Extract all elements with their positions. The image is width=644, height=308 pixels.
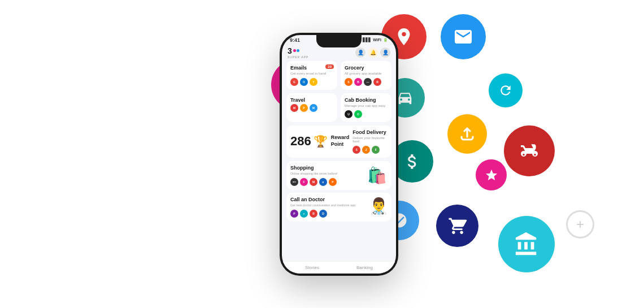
signal-icon: ▋▋▋	[363, 38, 371, 42]
bell-icon[interactable]: 🔔	[368, 47, 378, 58]
grocery-brand4: R	[373, 78, 381, 86]
upload-icon	[459, 125, 476, 142]
travel-brand1: M	[290, 104, 298, 112]
travel-card[interactable]: Travel M P M	[286, 93, 337, 122]
emails-badge: 20	[325, 64, 334, 69]
location-pin-icon	[394, 27, 414, 47]
envelope-icon	[453, 27, 473, 47]
grocery-title: Grocery	[345, 65, 388, 71]
cab-logos: U O	[345, 110, 388, 118]
food-delivery-mini: Food Delivery Deliver your favourite foo…	[353, 129, 388, 154]
grocery-brand2: B	[354, 78, 362, 86]
uber-icon: U	[345, 110, 353, 118]
app-logo: 3 SUPER APP	[288, 46, 308, 59]
ola-icon: O	[354, 110, 362, 118]
ebay-icon: e	[319, 178, 327, 186]
outlook-icon: O	[300, 78, 308, 86]
logo-dot-1	[293, 49, 296, 52]
emails-card[interactable]: Emails 20 Get every email in hand G O Y	[286, 61, 337, 90]
travel-title: Travel	[290, 97, 333, 103]
travel-brand3: M	[310, 104, 317, 112]
profile-icon[interactable]: 👤	[380, 47, 390, 58]
phone-content: Emails 20 Get every email in hand G O Y …	[282, 61, 396, 224]
wifi-icon: WiFi	[373, 38, 381, 42]
notification-icon[interactable]: 👤	[355, 47, 365, 58]
reward-label: Reward Point	[331, 135, 350, 148]
bank-icon	[514, 231, 539, 257]
food-logos: S Z F	[353, 146, 388, 154]
cart-bubble	[436, 205, 478, 247]
travel-logos: M P M	[290, 104, 333, 112]
nav-stories[interactable]: Stories	[305, 265, 319, 270]
swiggy-icon: S	[353, 146, 360, 154]
logo-subtitle: SUPER APP	[288, 55, 308, 59]
cart-icon	[448, 216, 467, 236]
shopping-person-image: 🛍️	[367, 166, 387, 185]
star-bubble	[476, 159, 507, 190]
doctor-brand4: D	[319, 210, 327, 218]
logo-number: 3	[288, 46, 292, 55]
nav-banking[interactable]: Banking	[356, 265, 373, 270]
food-brand3: F	[372, 146, 380, 154]
battery-icon: 🔋	[383, 38, 388, 42]
doctor-brand3: R	[310, 210, 317, 218]
reward-number: 286	[290, 134, 311, 149]
gmail-icon: G	[290, 78, 298, 86]
doctor-card[interactable]: Call an Doctor Get best doctor counsutat…	[286, 193, 391, 222]
upload-bubble	[447, 114, 487, 154]
plus-bubble: +	[566, 210, 594, 238]
status-time: 9:41	[290, 37, 300, 43]
reward-card[interactable]: 286 🏆 Reward Point Food Delivery Deliver…	[286, 125, 391, 158]
cab-title: Cab Booking	[345, 97, 388, 103]
emails-subtitle: Get every email in hand	[290, 72, 333, 75]
car-icon	[397, 89, 414, 106]
grocery-subtitle: All grocery app available	[345, 72, 388, 75]
cab-booking-card[interactable]: Cab Booking Manage your cab app easy U O	[341, 93, 391, 122]
refresh-icon	[498, 83, 513, 98]
phone-mockup: 9:41 ▋▋▋ WiFi 🔋 3	[280, 33, 398, 276]
status-icons: ▋▋▋ WiFi 🔋	[363, 38, 388, 42]
food-title: Food Delivery	[353, 129, 388, 135]
scooter-icon	[518, 140, 541, 162]
phone-notch	[316, 35, 362, 47]
emails-logos: G O Y	[290, 78, 333, 86]
grocery-brand3: —	[364, 78, 372, 86]
doctor-brand2: +	[300, 210, 308, 218]
paytm-icon: P	[329, 178, 337, 186]
grocery-card[interactable]: Grocery All grocery app available S B — …	[341, 61, 391, 90]
logo-dot-2	[297, 49, 299, 52]
doctor-image: 👨‍⚕️	[369, 197, 389, 215]
top-cards-grid: Emails 20 Get every email in hand G O Y …	[286, 61, 391, 122]
reward-trophy-icon: 🏆	[314, 135, 328, 148]
refresh-bubble	[489, 73, 523, 107]
flipkart-icon: F	[300, 178, 308, 186]
doctor-brand1: P	[290, 210, 298, 218]
food-subtitle: Deliver your favourite food	[353, 136, 388, 143]
myntra-icon: M	[310, 178, 317, 186]
cab-subtitle: Manage your cab app easy	[345, 104, 388, 107]
plus-symbol: +	[576, 216, 584, 232]
delivery-bubble	[504, 125, 555, 176]
header-icons: 👤 🔔 👤	[355, 47, 390, 58]
travel-brand2: P	[300, 104, 308, 112]
mail-bubble	[441, 14, 486, 59]
star-icon	[485, 168, 498, 182]
scene: 9:41 ▋▋▋ WiFi 🔋 3	[0, 0, 644, 308]
payment-icon	[403, 152, 422, 171]
bottom-nav: Stories Banking	[282, 261, 396, 274]
grocery-logos: S B — R	[345, 78, 388, 86]
bank-bubble	[498, 216, 555, 272]
yahoo-icon: Y	[310, 78, 317, 86]
amazon-icon: am	[290, 178, 298, 186]
shopping-card[interactable]: Shopping Online shopping like never befo…	[286, 161, 391, 190]
grocery-brand1: S	[345, 78, 353, 86]
logo-dots	[293, 49, 299, 52]
zomato-icon: Z	[362, 146, 370, 154]
